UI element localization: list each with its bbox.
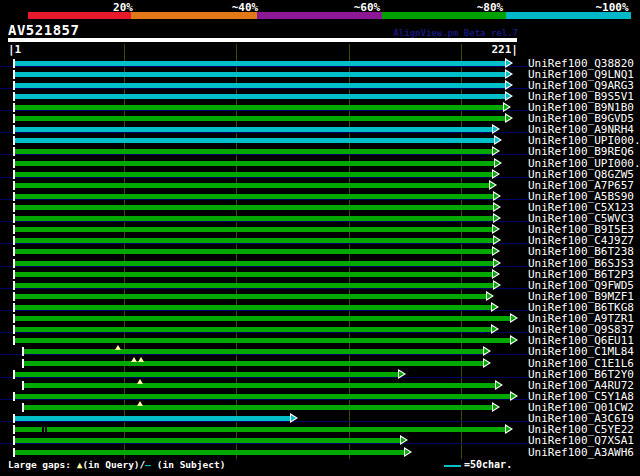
hit-bar[interactable] <box>15 283 494 288</box>
hit-bar[interactable] <box>15 227 493 232</box>
hit-arrowhead-fill <box>493 148 498 154</box>
hit-connector-line <box>0 88 528 89</box>
identity-scale-label: ~60% <box>354 1 381 14</box>
hit-arrowhead-fill <box>492 304 497 310</box>
hit-connector-line <box>0 132 528 133</box>
hit-arrowhead-fill <box>506 426 511 432</box>
hit-connector-line <box>0 221 528 222</box>
hit-bar[interactable] <box>24 361 484 366</box>
hit-bar[interactable] <box>15 138 495 143</box>
hit-connector-line <box>0 354 528 355</box>
hit-bar[interactable] <box>15 72 506 77</box>
hit-arrowhead-fill <box>511 393 516 399</box>
hit-arrowhead-fill <box>506 82 511 88</box>
hit-bar[interactable] <box>15 316 511 321</box>
hit-bar[interactable] <box>15 338 511 343</box>
hit-bar[interactable] <box>15 161 495 166</box>
hit-bar[interactable] <box>15 216 494 221</box>
hit-bar[interactable] <box>15 238 494 243</box>
hit-bar[interactable] <box>15 116 506 121</box>
query-gap-triangle-icon <box>137 401 143 406</box>
hit-bar[interactable] <box>24 349 484 354</box>
hit-arrowhead-fill <box>494 282 499 288</box>
hit-bar[interactable] <box>15 94 506 99</box>
hit-bar[interactable] <box>15 105 504 110</box>
hit-bar[interactable] <box>15 327 492 332</box>
hit-row: UniRef100_B9REQ6 <box>0 146 640 157</box>
hit-arrowhead-fill <box>495 160 500 166</box>
hit-label[interactable]: UniRef100_C1ML84 <box>528 346 638 357</box>
hit-bar[interactable] <box>15 83 506 88</box>
hit-arrowhead-fill <box>494 193 499 199</box>
hit-bar[interactable] <box>15 272 493 277</box>
hit-bar[interactable] <box>15 305 492 310</box>
hit-connector-line <box>0 199 528 200</box>
hit-arrowhead-fill <box>511 315 516 321</box>
hit-bar[interactable] <box>15 249 493 254</box>
hit-bar[interactable] <box>15 149 493 154</box>
hit-arrowhead-fill <box>405 449 410 455</box>
gaps-legend-subject-text: (in Subject) <box>151 459 225 470</box>
hit-row: UniRef100_B6T238 <box>0 246 640 257</box>
identity-scale-label: ~100% <box>595 1 628 14</box>
hit-arrowhead-fill <box>494 237 499 243</box>
hit-connector-line <box>0 243 528 244</box>
hit-connector-line <box>0 310 528 311</box>
hit-bar[interactable] <box>15 205 494 210</box>
hit-arrowhead-fill <box>490 182 495 188</box>
hit-bar[interactable] <box>15 261 494 266</box>
subject-gap-notch-icon <box>45 427 47 432</box>
hit-bar[interactable] <box>24 383 496 388</box>
hit-connector-line <box>0 443 528 444</box>
hit-arrowhead-fill <box>493 171 498 177</box>
hit-bar[interactable] <box>15 427 506 432</box>
hit-arrowhead-fill <box>493 248 498 254</box>
hit-bar[interactable] <box>15 416 291 421</box>
hit-row: UniRef100_Q7XSA1 <box>0 435 640 446</box>
hit-arrowhead-fill <box>494 260 499 266</box>
query-gap-triangle-icon <box>137 379 143 384</box>
scale-legend-text: =50char. <box>464 459 512 470</box>
hit-bar[interactable] <box>15 438 401 443</box>
hit-bar[interactable] <box>15 294 487 299</box>
hit-arrowhead-fill <box>487 293 492 299</box>
hit-bar[interactable] <box>15 61 506 66</box>
subject-gap-notch-icon <box>42 427 44 432</box>
query-gap-triangle-icon <box>131 357 137 362</box>
hit-bar[interactable] <box>15 450 405 455</box>
hit-bar[interactable] <box>15 172 493 177</box>
gaps-legend-query-text: (in Query)/ <box>82 459 145 470</box>
hit-row: UniRef100_A3AWH6 <box>0 447 640 458</box>
hit-connector-line <box>0 377 528 378</box>
hit-label[interactable]: UniRef100_Q7XSA1 <box>528 435 638 446</box>
hit-bar[interactable] <box>15 394 511 399</box>
hit-bar[interactable] <box>15 183 490 188</box>
hit-bar[interactable] <box>15 127 493 132</box>
hit-arrowhead-fill <box>484 348 489 354</box>
hit-arrowhead-fill <box>492 326 497 332</box>
hit-label[interactable]: UniRef100_B6T238 <box>528 246 638 257</box>
hit-arrowhead-fill <box>493 126 498 132</box>
identity-scale-label: ~40% <box>232 1 259 14</box>
query-name: AV521857 <box>8 22 79 38</box>
hit-arrowhead-fill <box>495 137 500 143</box>
hit-label[interactable]: UniRef100_B9REQ6 <box>528 146 638 157</box>
hit-connector-line <box>0 332 528 333</box>
hit-bar[interactable] <box>15 372 399 377</box>
hit-arrowhead-fill <box>291 415 296 421</box>
hit-bar[interactable] <box>24 405 493 410</box>
hit-label[interactable]: UniRef100_A3AWH6 <box>528 447 638 458</box>
hit-arrowhead-fill <box>506 93 511 99</box>
identity-scale-label: ~80% <box>477 1 504 14</box>
query-gap-triangle-icon <box>115 345 121 350</box>
scale-legend-line-icon <box>444 465 461 467</box>
alignment-overview: 20%~40%~60%~80%~100% AV521857 AlignView.… <box>0 0 640 476</box>
hit-arrowhead-fill <box>506 60 511 66</box>
hit-connector-line <box>0 399 528 400</box>
hit-arrowhead-fill <box>506 71 511 77</box>
hit-connector-line <box>0 66 528 67</box>
query-bar <box>8 38 517 42</box>
gaps-legend: Large gaps: ▲(in Query)/– (in Subject) <box>8 459 225 470</box>
identity-scale-label: 20% <box>113 1 133 14</box>
hit-bar[interactable] <box>15 194 494 199</box>
